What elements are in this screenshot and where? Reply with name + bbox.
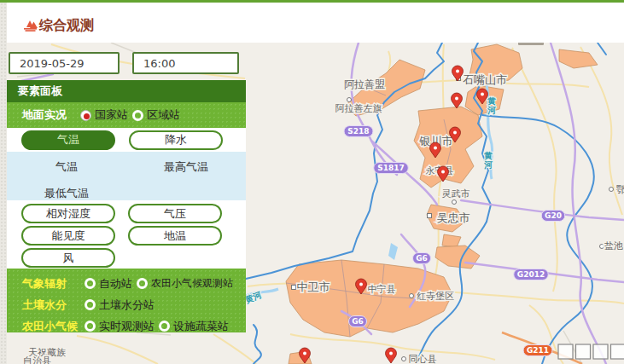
left-gutter — [0, 3, 7, 364]
map-place-label: 同心县 — [409, 354, 437, 364]
group0-option-label[interactable]: 农田小气候观测站 — [151, 276, 233, 291]
map-square-marker — [292, 286, 296, 290]
svg-text:G6: G6 — [352, 317, 364, 326]
ground-radio-1[interactable] — [132, 110, 143, 121]
map-place-label: 自治县 — [23, 355, 51, 364]
app-window: 阿拉善盟阿拉善左旗石嘴山市银川市永宁县灵武市吴忠市中卫市中宁县红寺堡区同心县盐池… — [0, 0, 624, 364]
element-button-2[interactable]: 能见度 — [21, 226, 115, 246]
panel-title: 要素面板 — [7, 80, 246, 102]
map-place-label: 鄂 — [616, 184, 624, 195]
map-river-label: 黄河 — [483, 151, 493, 170]
mountain-icon — [22, 18, 38, 32]
map-square-marker — [428, 214, 432, 218]
subitem-1[interactable]: 最高气温 — [126, 159, 246, 175]
ground-option-label[interactable]: 区域站 — [147, 107, 180, 123]
map-place-label: 中卫市 — [297, 280, 330, 293]
group2-radio-0[interactable] — [85, 321, 96, 332]
svg-text:G2012: G2012 — [517, 270, 545, 279]
map-circle-marker — [452, 200, 457, 205]
station-group-label: 气象辐射 — [22, 276, 80, 292]
station-group-row-0: 气象辐射自动站农田小气候观测站 — [7, 273, 246, 294]
map-circle-marker — [410, 294, 414, 298]
group0-radio-1[interactable] — [137, 278, 148, 289]
group2-option-label[interactable]: 实时观测站 — [99, 319, 155, 334]
element-tabs-row: 气温降水 — [7, 128, 246, 152]
svg-text:G211: G211 — [527, 346, 549, 355]
map-circle-marker — [402, 357, 406, 361]
map-circle-marker — [347, 98, 352, 102]
map-circle-marker — [609, 188, 614, 192]
map-place-label: 石嘴山市 — [463, 73, 507, 86]
missing-glyph-box — [576, 344, 591, 359]
element-button-3[interactable]: 地温 — [128, 226, 222, 246]
station-group-row-2: 农田小气候实时观测站设施蔬菜站 — [7, 315, 246, 337]
map-place-label: 盐池 — [604, 240, 623, 251]
map-place-label: 阿拉善盟 — [344, 78, 385, 90]
ground-truth-label: 地面实况 — [22, 107, 67, 123]
element-panel: 要素面板 地面实况 国家站区域站 气温降水 气温最高气温最低气温 相对湿度气压能… — [7, 80, 246, 332]
tab-temperature[interactable]: 气温 — [21, 130, 115, 150]
ground-radio-0[interactable] — [80, 110, 91, 121]
top-accent-line — [0, 0, 624, 3]
subitem-2[interactable]: 最低气温 — [7, 186, 126, 201]
map-circle-marker — [600, 245, 604, 249]
time-input[interactable] — [132, 52, 239, 74]
group2-radio-1[interactable] — [159, 321, 170, 332]
missing-glyph-box — [593, 344, 608, 359]
map-place-label: 吴忠市 — [437, 211, 470, 224]
group0-radio-0[interactable] — [85, 278, 96, 289]
missing-glyph-box — [558, 344, 573, 359]
date-input[interactable] — [9, 52, 120, 74]
svg-text:G20: G20 — [545, 211, 562, 220]
element-buttons: 相对湿度气压能见度地温风 — [7, 200, 246, 269]
svg-text:S1817: S1817 — [377, 164, 405, 172]
header-band — [7, 3, 624, 43]
map-place-label: 阿拉善左旗 — [335, 103, 382, 114]
station-group-row-1: 土壤水分土壤水分站 — [7, 294, 246, 315]
temperature-subitems: 气温最高气温最低气温 — [7, 152, 246, 200]
group0-option-label[interactable]: 自动站 — [99, 276, 132, 292]
map-river-label: 黄河 — [487, 96, 497, 115]
ground-option-label[interactable]: 国家站 — [95, 107, 128, 123]
group2-option-label[interactable]: 设施蔬菜站 — [173, 319, 229, 334]
station-group-label: 土壤水分 — [22, 298, 80, 313]
element-button-0[interactable]: 相对湿度 — [21, 204, 115, 223]
station-group-label: 农田小气候 — [22, 319, 80, 334]
element-button-1[interactable]: 气压 — [128, 204, 222, 223]
group1-radio-0[interactable] — [85, 299, 96, 310]
station-groups: 气象辐射自动站农田小气候观测站土壤水分土壤水分站农田小气候实时观测站设施蔬菜站 — [7, 269, 246, 332]
svg-text:S218: S218 — [347, 127, 369, 136]
ground-truth-row: 地面实况 国家站区域站 — [7, 102, 246, 128]
subitem-0[interactable]: 气温 — [7, 159, 126, 175]
element-button-4[interactable]: 风 — [21, 248, 115, 268]
page-title: 综合观测 — [39, 17, 94, 35]
group1-option-label[interactable]: 土壤水分站 — [99, 298, 155, 313]
map-place-label: 红寺堡区 — [417, 291, 454, 302]
svg-text:G6: G6 — [416, 254, 428, 263]
tab-precipitation[interactable]: 降水 — [129, 130, 223, 150]
map-place-label: 灵武市 — [442, 188, 470, 199]
map-place-label: 中宁县 — [368, 284, 396, 295]
missing-glyph-box — [611, 344, 624, 359]
